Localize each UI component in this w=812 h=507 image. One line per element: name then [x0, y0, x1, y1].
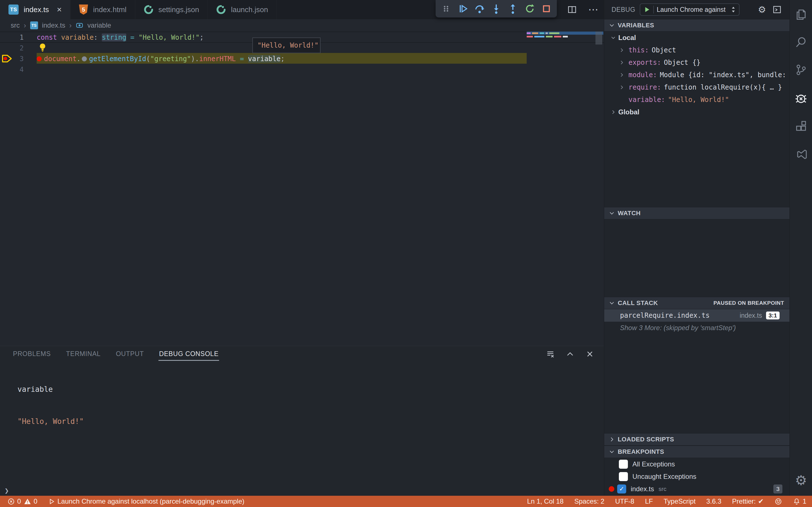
watch-section-header[interactable]: WATCH — [604, 207, 790, 219]
more-actions-icon[interactable]: ⋯ — [588, 4, 598, 15]
breadcrumb-file[interactable]: index.ts — [42, 21, 65, 29]
variable-module[interactable]: module: Module {id: "index.ts", bundle: … — [604, 69, 790, 81]
show-more-frames[interactable]: Show 3 More: (skipped by 'smartStep') — [620, 322, 778, 334]
indentation[interactable]: Spaces: 2 — [574, 497, 605, 505]
encoding[interactable]: UTF-8 — [615, 497, 635, 505]
tab-label: settings.json — [158, 5, 199, 14]
code-editor[interactable]: 1 2 3 4 const variable: string = "Hello,… — [0, 32, 604, 346]
variable-exports[interactable]: exports: Object {} — [604, 56, 790, 69]
tab-launch-json[interactable]: launch.json — [208, 0, 277, 19]
step-out-button[interactable] — [507, 3, 519, 15]
debug-sidebar-header: DEBUG Launch Chrome against local ⚙ — [604, 0, 790, 19]
checkbox-checked[interactable]: ✓ — [617, 485, 626, 494]
chevron-right-icon — [609, 436, 615, 443]
tab-index-ts[interactable]: TS index.ts × — [0, 0, 70, 19]
inline-breakpoint-icon[interactable] — [37, 56, 42, 61]
tab-index-html[interactable]: 5 index.html — [70, 0, 135, 19]
drag-handle-icon[interactable] — [440, 3, 452, 15]
tab-problems[interactable]: PROBLEMS — [12, 347, 51, 361]
panel-tab-bar: PROBLEMS TERMINAL OUTPUT DEBUG CONSOLE — [12, 346, 219, 362]
minimap[interactable] — [527, 32, 594, 49]
breakpoint-label: index.ts — [631, 485, 654, 493]
restart-button[interactable] — [523, 3, 536, 15]
clear-console-icon[interactable] — [546, 349, 555, 358]
chevron-down-icon — [609, 300, 615, 306]
close-panel-icon[interactable] — [585, 349, 594, 358]
stop-button[interactable] — [540, 3, 553, 15]
typescript-file-icon: TS — [30, 21, 38, 29]
formatter-status[interactable]: Prettier:✔ — [732, 497, 764, 505]
breakpoints-section-header[interactable]: BREAKPOINTS — [604, 446, 790, 458]
visual-studio-extension-icon[interactable] — [790, 141, 812, 168]
search-icon[interactable] — [790, 29, 812, 56]
extensions-icon[interactable] — [790, 113, 812, 140]
scope-global[interactable]: Global — [604, 106, 790, 118]
string-token: "greeting" — [150, 55, 191, 63]
close-icon[interactable]: × — [57, 5, 62, 14]
string-token: "Hello, World!" — [139, 34, 200, 41]
variable-require[interactable]: require: function localRequire(x){ … } — [604, 81, 790, 94]
loaded-scripts-section-header[interactable]: LOADED SCRIPTS — [604, 433, 790, 446]
manage-gear-icon[interactable]: ⚙ — [790, 467, 812, 493]
frame-file: index.ts — [740, 312, 762, 320]
variable-value: Object — [652, 46, 676, 54]
eol[interactable]: LF — [645, 497, 653, 505]
stack-frame[interactable]: parcelRequire.index.ts index.ts 3:1 — [604, 309, 790, 322]
source-control-icon[interactable] — [790, 56, 812, 83]
continue-button[interactable] — [457, 3, 469, 15]
cursor-position[interactable]: Ln 1, Col 18 — [527, 497, 564, 505]
step-into-button[interactable] — [490, 3, 502, 15]
feedback-smiley-icon[interactable] — [774, 498, 782, 505]
explorer-icon[interactable] — [790, 1, 812, 28]
breakpoint-count-badge: 3 — [773, 485, 782, 494]
open-debug-console-icon[interactable] — [772, 5, 782, 14]
breakpoint-index-ts[interactable]: ✓ index.ts src 3 — [604, 483, 790, 495]
section-title: CALL STACK — [618, 299, 658, 307]
editor-scrollbar[interactable] — [596, 32, 602, 45]
warnings-status[interactable]: 0 — [24, 497, 37, 505]
call-stack-section-header[interactable]: CALL STACK PAUSED ON BREAKPOINT — [604, 297, 790, 309]
bottom-panel: PROBLEMS TERMINAL OUTPUT DEBUG CONSOLE v… — [0, 346, 604, 496]
tab-settings-json[interactable]: settings.json — [135, 0, 208, 19]
console-expression[interactable]: variable — [17, 384, 84, 395]
breakpoint-all-exceptions[interactable]: All Exceptions — [604, 458, 790, 470]
variable-this[interactable]: this: Object — [604, 44, 790, 56]
step-over-button[interactable] — [473, 3, 486, 15]
split-editor-icon[interactable] — [567, 5, 577, 14]
launch-status[interactable]: Launch Chrome against localhost (parcel-… — [48, 497, 245, 505]
run-and-debug-icon[interactable] — [790, 84, 812, 112]
chevron-right-icon — [619, 72, 624, 78]
section-title: BREAKPOINTS — [618, 448, 664, 455]
tab-label: index.ts — [24, 5, 49, 14]
debug-hover-tooltip: "Hello, World!" — [252, 38, 320, 53]
checkbox-unchecked[interactable] — [619, 460, 628, 469]
typescript-version[interactable]: 3.6.3 — [706, 497, 721, 505]
breadcrumb-folder[interactable]: src — [11, 21, 20, 29]
notifications-bell[interactable]: 1 — [793, 497, 806, 505]
console-result[interactable]: "Hello, World!" — [17, 416, 84, 427]
breadcrumb-symbol[interactable]: variable — [87, 21, 111, 29]
errors-status[interactable]: 0 — [7, 497, 21, 505]
maximize-panel-icon[interactable] — [566, 349, 574, 358]
checkbox-unchecked[interactable] — [619, 472, 628, 481]
variable-variable[interactable]: variable: "Hello, World!" — [604, 94, 790, 106]
lightbulb-icon[interactable] — [38, 43, 47, 53]
start-debug-icon[interactable] — [643, 6, 651, 13]
chevron-down-icon — [610, 35, 616, 41]
tab-debug-console[interactable]: DEBUG CONSOLE — [158, 347, 219, 361]
json-file-icon — [144, 5, 153, 14]
tab-output[interactable]: OUTPUT — [115, 347, 144, 361]
paused-breakpoint-icon[interactable] — [2, 54, 12, 63]
play-icon — [48, 498, 55, 505]
scope-local[interactable]: Local — [604, 32, 790, 44]
frame-position-badge: 3:1 — [766, 312, 779, 320]
variables-section-header[interactable]: VARIABLES — [604, 19, 790, 32]
launch-configuration-dropdown[interactable]: Launch Chrome against local — [640, 3, 740, 16]
tab-terminal[interactable]: TERMINAL — [65, 347, 101, 361]
dropdown-arrows-icon — [730, 6, 736, 13]
inline-breakpoint-candidate-icon[interactable] — [82, 56, 87, 61]
language-mode[interactable]: TypeScript — [664, 497, 696, 505]
debug-settings-gear-icon[interactable]: ⚙ — [758, 4, 766, 15]
breakpoint-uncaught-exceptions[interactable]: Uncaught Exceptions — [604, 470, 790, 483]
console-input-prompt[interactable]: ❯ — [4, 487, 9, 495]
